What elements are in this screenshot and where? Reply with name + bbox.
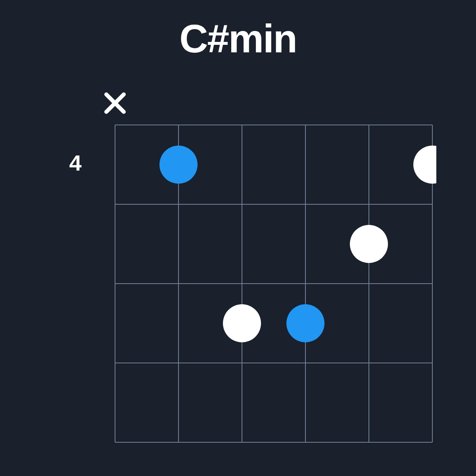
finger-dot-root xyxy=(159,146,198,184)
mute-marker xyxy=(106,94,124,112)
start-fret-label: 4 xyxy=(69,150,81,175)
finger-dot-root xyxy=(286,304,324,342)
chord-diagram: 4 xyxy=(40,85,436,450)
fretboard-svg: 4 xyxy=(40,85,436,450)
finger-dot xyxy=(223,304,261,342)
finger-dot xyxy=(350,225,388,263)
finger-dot xyxy=(413,146,436,184)
chord-title: C#min xyxy=(179,16,297,61)
